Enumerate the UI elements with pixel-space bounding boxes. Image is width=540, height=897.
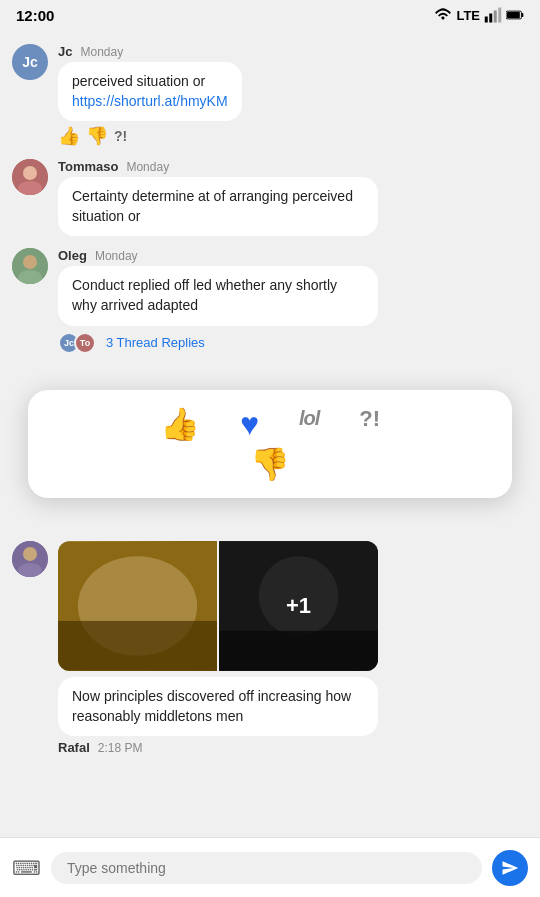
- emoji-row-bottom: 👎: [250, 448, 290, 480]
- svg-point-14: [23, 547, 37, 561]
- reaction-thumbdown-jc[interactable]: 👎: [86, 125, 108, 147]
- avatar-rafal: [12, 541, 48, 577]
- avatar-tommaso: [12, 159, 48, 195]
- bubble-jc: perceived situation or https://shorturl.…: [58, 62, 242, 121]
- image-thumb-1-svg: [58, 541, 217, 671]
- keyboard-icon: ⌨: [12, 856, 41, 880]
- image-thumb-2: +1: [219, 541, 378, 671]
- author-jc: Jc: [58, 44, 72, 59]
- chat-area: Jc Jc Monday perceived situation or http…: [0, 30, 540, 368]
- svg-point-11: [23, 255, 37, 269]
- avatar-oleg-img: [12, 248, 48, 284]
- status-time: 12:00: [16, 7, 54, 24]
- image-gallery[interactable]: +1: [58, 541, 378, 671]
- svg-rect-1: [489, 14, 492, 23]
- svg-rect-3: [498, 8, 501, 23]
- message-rafal: +1 Now principles discovered off increas…: [0, 535, 540, 764]
- image-count: +1: [219, 541, 378, 671]
- emoji-lol[interactable]: lol: [299, 408, 319, 440]
- send-icon: [501, 859, 519, 877]
- time-jc: Monday: [80, 45, 123, 59]
- svg-rect-6: [507, 12, 520, 18]
- reaction-wtf-jc[interactable]: ?!: [114, 128, 127, 144]
- wifi-icon: [434, 6, 452, 24]
- message-input[interactable]: [51, 852, 482, 884]
- bubble-oleg: Conduct replied off led whether any shor…: [58, 266, 378, 325]
- message-rafal-container: +1 Now principles discovered off increas…: [0, 535, 540, 764]
- time-oleg: Monday: [95, 249, 138, 263]
- author-rafal: Rafal: [58, 740, 90, 755]
- emoji-wtf[interactable]: ?!: [359, 408, 380, 440]
- battery-icon: [506, 6, 524, 24]
- link-jc[interactable]: https://shorturl.at/hmyKM: [72, 93, 228, 109]
- status-icons: LTE: [434, 6, 524, 24]
- emoji-heart[interactable]: ♥: [240, 408, 259, 440]
- send-button[interactable]: [492, 850, 528, 886]
- avatar-tommaso-img: [12, 159, 48, 195]
- lte-label: LTE: [456, 8, 480, 23]
- time-tommaso: Monday: [126, 160, 169, 174]
- svg-rect-0: [485, 17, 488, 23]
- thread-reply-count[interactable]: 3 Thread Replies: [106, 335, 205, 350]
- bubble-tommaso: Certainty determine at of arranging perc…: [58, 177, 378, 236]
- reaction-thumbup-jc[interactable]: 👍: [58, 125, 80, 147]
- time-rafal: 2:18 PM: [98, 741, 143, 755]
- svg-rect-2: [494, 11, 497, 23]
- svg-point-8: [23, 166, 37, 180]
- message-tommaso: Tommaso Monday Certainty determine at of…: [0, 153, 540, 242]
- avatar-jc: Jc: [12, 44, 48, 80]
- author-tommaso: Tommaso: [58, 159, 118, 174]
- svg-rect-18: [58, 621, 217, 671]
- emoji-thumbdown[interactable]: 👎: [250, 448, 290, 480]
- thread-avatar-2: To: [74, 332, 96, 354]
- emoji-panel: 👍 ♥ lol ?! 👎: [28, 390, 512, 498]
- bubble-rafal: Now principles discovered off increasing…: [58, 677, 378, 736]
- avatar-rafal-img: [12, 541, 48, 577]
- image-thumb-1: [58, 541, 217, 671]
- input-bar: ⌨: [0, 837, 540, 897]
- message-oleg: Oleg Monday Conduct replied off led whet…: [0, 242, 540, 359]
- status-bar: 12:00 LTE: [0, 0, 540, 30]
- message-jc-partial: Jc Jc Monday perceived situation or http…: [0, 38, 540, 153]
- avatar-oleg: [12, 248, 48, 284]
- svg-rect-5: [522, 13, 524, 17]
- author-oleg: Oleg: [58, 248, 87, 263]
- emoji-thumbup[interactable]: 👍: [160, 408, 200, 440]
- reactions-jc: 👍 👎 ?!: [58, 125, 528, 147]
- signal-icon: [484, 6, 502, 24]
- emoji-row-top: 👍 ♥ lol ?!: [160, 408, 380, 440]
- thread-replies[interactable]: Jc To 3 Thread Replies: [58, 332, 528, 354]
